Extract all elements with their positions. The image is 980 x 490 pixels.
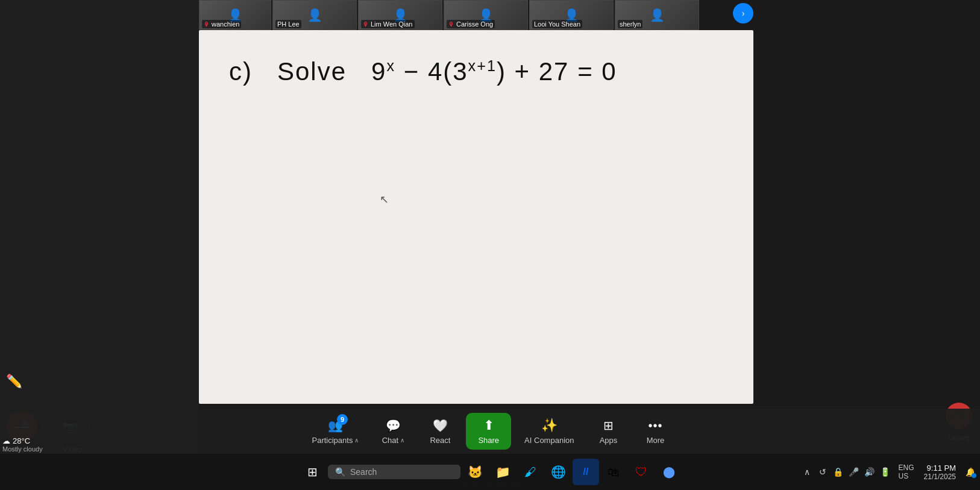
cat-app-icon: 🐱: [468, 465, 483, 479]
weather-icon: ☁: [2, 436, 10, 445]
notification-dot: [972, 473, 976, 478]
windows-icon: ⊞: [307, 465, 318, 479]
participant-name-limwenqian: 🎙 Lim Wen Qian: [361, 20, 415, 28]
search-placeholder: Search: [350, 467, 377, 477]
draw-pencil-icon[interactable]: ✏️: [6, 374, 22, 389]
participant-name-looiyoushean: Looi You Shean: [532, 20, 582, 28]
ai-companion-icon: ✨: [541, 418, 558, 433]
weather-widget: ☁ 28°C Mostly cloudy: [2, 436, 43, 453]
paint-app-icon: 🖌: [524, 465, 536, 479]
zoom-app-icon: //: [583, 466, 589, 477]
participant-thumb-limwenqian: 👤 🎙 Lim Wen Qian: [358, 0, 442, 30]
taskbar-app-cat[interactable]: 🐱: [462, 459, 488, 485]
participant-thumb-wanchien: 👤 🎙 wanchien: [199, 0, 271, 30]
taskbar-app-store[interactable]: 🛍: [600, 459, 627, 485]
chat-button[interactable]: 💬 Chat ∧: [372, 414, 414, 448]
ai-companion-button[interactable]: ✨ AI Companion: [516, 414, 582, 448]
clock-date: 21/1/2025: [924, 473, 956, 481]
react-label: React: [430, 436, 450, 445]
folder-app-icon: 📁: [495, 465, 510, 479]
whiteboard: c) Solve 9x − 4(3x+1) + 27 = 0 ↖: [199, 30, 753, 404]
clock-time: 9:11 PM: [927, 463, 956, 473]
participant-name-sherlyn: sherlyn: [618, 20, 642, 28]
taskbar-app-antivirus[interactable]: 🛡: [628, 459, 655, 485]
participant-name-wanchien: 🎙 wanchien: [202, 20, 241, 28]
weather-desc: Mostly cloudy: [2, 445, 43, 453]
participant-thumb-sherlyn: 👤 sherlyn: [615, 0, 699, 30]
main-toolbar: 👥 9 Participants ∧ 💬 Chat ∧ 🤍 React ⬆ Sh…: [0, 409, 980, 454]
mic-muted-icon: 🎙: [204, 21, 210, 28]
weather-temp: 28°C: [13, 436, 30, 445]
taskbar-app-paint[interactable]: 🖌: [517, 459, 544, 485]
edge-app-icon: 🌐: [551, 465, 566, 479]
ai-companion-label: AI Companion: [524, 436, 574, 445]
system-tray: ∧ ↺ 🔒 🎤 🔊 🔋: [800, 465, 893, 479]
chat-chevron-icon: ∧: [400, 437, 404, 444]
cursor: ↖: [380, 193, 389, 206]
antivirus-app-icon: 🛡: [635, 465, 647, 479]
mic-muted-icon-2: 🎙: [363, 21, 369, 28]
participant-thumb-looiyoushean: 👤 Looi You Shean: [529, 0, 614, 30]
react-button[interactable]: 🤍 React: [419, 414, 461, 448]
taskbar-search-bar[interactable]: 🔍 Search: [328, 465, 460, 479]
windows-start-button[interactable]: ⊞: [298, 457, 327, 486]
taskbar: ⊞ 🔍 Search 🐱 📁 🖌 🌐 // 🛍 🛡 ⬤: [0, 454, 980, 490]
speaker-icon[interactable]: 🔊: [862, 465, 877, 479]
taskbar-app-zoom[interactable]: //: [573, 459, 599, 485]
chat-icon: 💬: [386, 418, 401, 433]
participant-thumb-carisseong: 👤 🎙 Carisse Ong: [444, 0, 528, 30]
participants-next-button[interactable]: ›: [733, 3, 753, 24]
share-button[interactable]: ⬆ Share: [466, 413, 511, 450]
chat-label: Chat: [382, 436, 398, 445]
network-reconnect-icon[interactable]: ↺: [815, 465, 830, 479]
react-icon: 🤍: [433, 418, 448, 433]
microphone-tray-icon[interactable]: 🎤: [847, 465, 861, 479]
participants-icon: 👥 9: [328, 418, 343, 433]
participant-name-carisseong: 🎙 Carisse Ong: [447, 20, 495, 28]
whiteboard-content: c) Solve 9x − 4(3x+1) + 27 = 0: [199, 30, 753, 114]
more-button[interactable]: ••• More: [635, 414, 677, 448]
apps-button[interactable]: ⊞ Apps: [588, 414, 630, 448]
taskbar-app-edge[interactable]: 🌐: [545, 459, 571, 485]
taskbar-center: ⊞ 🔍 Search 🐱 📁 🖌 🌐 // 🛍 🛡 ⬤: [298, 457, 682, 486]
security-icon[interactable]: 🔒: [831, 465, 846, 479]
more-label: More: [647, 436, 665, 445]
apps-label: Apps: [600, 436, 618, 445]
notification-bell[interactable]: 🔔: [963, 465, 978, 479]
participant-thumb-phlee: 👤 PH Lee: [272, 0, 357, 30]
apps-icon: ⊞: [603, 418, 614, 433]
blue-app-icon: ⬤: [663, 465, 675, 479]
language-display[interactable]: ENG US: [899, 463, 914, 480]
participant-name-phlee: PH Lee: [275, 20, 301, 28]
share-label: Share: [478, 436, 499, 445]
taskbar-app-blue[interactable]: ⬤: [656, 459, 682, 485]
participants-chevron-icon: ∧: [354, 437, 359, 444]
search-icon: 🔍: [335, 467, 345, 477]
participants-strip: 👤 🎙 wanchien 👤 PH Lee 👤 🎙 Lim Wen Qian 👤…: [199, 0, 753, 30]
more-icon: •••: [648, 418, 662, 433]
participants-button[interactable]: 👥 9 Participants ∧: [303, 414, 367, 448]
store-app-icon: 🛍: [608, 465, 620, 479]
taskbar-app-folder[interactable]: 📁: [489, 459, 516, 485]
participants-label: Participants: [312, 436, 353, 445]
share-icon: ⬆: [483, 418, 494, 433]
battery-icon[interactable]: 🔋: [878, 465, 893, 479]
tray-chevron[interactable]: ∧: [800, 465, 814, 479]
taskbar-right: ∧ ↺ 🔒 🎤 🔊 🔋 ENG US 9:11 PM 21/1/2025 🔔: [800, 463, 978, 481]
clock[interactable]: 9:11 PM 21/1/2025: [920, 463, 960, 481]
participants-badge: 9: [337, 414, 348, 425]
math-equation: c) Solve 9x − 4(3x+1) + 27 = 0: [229, 54, 723, 90]
mic-muted-icon-3: 🎙: [448, 21, 454, 28]
